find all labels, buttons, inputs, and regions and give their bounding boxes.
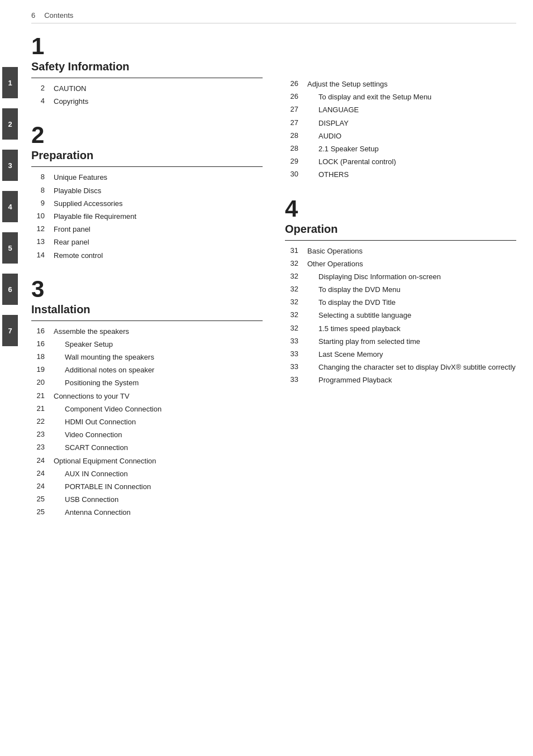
toc-page: 20: [31, 378, 45, 386]
toc-text: HDMI Out Connection: [54, 417, 136, 427]
toc-page: 21: [31, 404, 45, 413]
toc-entry: 23 SCART Connection: [31, 443, 263, 453]
toc-text: Copyrights: [54, 97, 88, 107]
toc-page: 26: [285, 92, 298, 101]
toc-text: Supplied Accessories: [54, 199, 123, 209]
toc-entry: 25 Antenna Connection: [31, 508, 263, 518]
toc-entry: 32 Selecting a subtitle language: [285, 310, 516, 320]
toc-text: Antenna Connection: [54, 508, 131, 518]
toc-page: 23: [31, 443, 45, 451]
toc-page: 27: [285, 118, 298, 127]
right-column: 26 Adjust the Setup settings 26 To displ…: [285, 35, 516, 535]
toc-entry: 24 AUX IN Connection: [31, 469, 263, 479]
toc-text: Video Connection: [54, 430, 122, 440]
toc-page: 10: [31, 212, 45, 220]
side-tab-2[interactable]: 2: [2, 108, 18, 140]
toc-entry: 27 DISPLAY: [285, 118, 516, 128]
toc-page: 8: [31, 173, 45, 181]
section-1: 1 Safety Information 2 CAUTION 4 Copyrig…: [31, 35, 263, 107]
section-1-title: Safety Information: [31, 60, 263, 73]
section-2-title: Preparation: [31, 149, 263, 162]
toc-text: Rear panel: [54, 237, 89, 247]
side-tab-4[interactable]: 4: [2, 191, 18, 222]
toc-entry: 4 Copyrights: [31, 97, 263, 107]
toc-page: 31: [285, 246, 298, 255]
toc-entry: 2 CAUTION: [31, 84, 263, 94]
toc-page: 25: [31, 495, 45, 503]
toc-entry: 22 HDMI Out Connection: [31, 417, 263, 427]
toc-entry: 31 Basic Operations: [285, 246, 516, 256]
toc-entry: 28 2.1 Speaker Setup: [285, 144, 516, 154]
toc-text: Optional Equipment Connection: [54, 456, 156, 466]
toc-text: DISPLAY: [307, 118, 349, 128]
toc-entry: 32 To display the DVD Menu: [285, 285, 516, 295]
toc-entry: 8 Playable Discs: [31, 186, 263, 196]
toc-text: CAUTION: [54, 84, 87, 94]
toc-page: 32: [285, 285, 298, 293]
toc-entry: 25 USB Connection: [31, 495, 263, 505]
toc-page: 23: [31, 430, 45, 438]
section-4: 4 Operation 31 Basic Operations 32 Other…: [285, 197, 516, 386]
page-header: 6 Contents: [31, 11, 516, 23]
toc-page: 24: [31, 482, 45, 490]
toc-text: Displaying Disc Information on-screen: [307, 272, 441, 282]
side-tab-1[interactable]: 1: [2, 67, 18, 98]
section-4-divider: [285, 240, 516, 241]
toc-page: 32: [285, 310, 298, 319]
toc-text: Component Video Connection: [54, 404, 161, 414]
toc-page: 29: [285, 157, 298, 165]
toc-text: Front panel: [54, 224, 91, 235]
section-3-divider: [31, 320, 263, 321]
toc-page: 16: [31, 327, 45, 335]
toc-page: 32: [285, 298, 298, 306]
section-3-number: 3: [31, 277, 263, 301]
toc-entry: 9 Supplied Accessories: [31, 199, 263, 209]
toc-page: 12: [31, 224, 45, 233]
toc-page: 18: [31, 352, 45, 361]
toc-text: Other Operations: [307, 259, 363, 269]
toc-entry: 19 Additional notes on speaker: [31, 365, 263, 375]
section-1-number: 1: [31, 35, 263, 58]
toc-entry: 32 Other Operations: [285, 259, 516, 269]
toc-entry: 33 Starting play from selected time: [285, 337, 516, 347]
toc-entry: 27 LANGUAGE: [285, 105, 516, 115]
toc-text: Last Scene Memory: [307, 350, 383, 360]
toc-entry: 33 Changing the character set to display…: [285, 362, 516, 372]
toc-page: 22: [31, 417, 45, 425]
toc-entry: 16 Speaker Setup: [31, 339, 263, 350]
toc-entry: 29 LOCK (Parental control): [285, 157, 516, 167]
toc-text: USB Connection: [54, 495, 118, 505]
toc-entry: 21 Component Video Connection: [31, 404, 263, 414]
toc-text: Speaker Setup: [54, 339, 113, 350]
page-wrapper: 1 2 3 4 5 6 7 6 Contents 1 Safety Inform…: [0, 0, 533, 756]
side-tab-3[interactable]: 3: [2, 150, 18, 181]
toc-text: Playable Discs: [54, 186, 101, 196]
side-tab-5[interactable]: 5: [2, 232, 18, 264]
toc-entry: 8 Unique Features: [31, 173, 263, 183]
toc-page: 4: [31, 97, 45, 105]
section-4-title: Operation: [285, 223, 516, 236]
toc-entry: 33 Programmed Playback: [285, 375, 516, 385]
toc-text: PORTABLE IN Connection: [54, 482, 151, 492]
toc-page: 27: [285, 105, 298, 113]
page-number: 6: [31, 11, 35, 20]
toc-entry: 26 Adjust the Setup settings: [285, 79, 516, 89]
header-title: Contents: [44, 11, 73, 20]
toc-page: 33: [285, 350, 298, 358]
toc-entry: 33 Last Scene Memory: [285, 350, 516, 360]
toc-text: AUDIO: [307, 131, 341, 141]
toc-text: LANGUAGE: [307, 105, 359, 115]
toc-page: 33: [285, 337, 298, 345]
toc-text: Remote control: [54, 251, 103, 261]
toc-entry: 10 Playable file Requirement: [31, 212, 263, 222]
toc-page: 13: [31, 237, 45, 246]
section-3: 3 Installation 16 Assemble the speakers …: [31, 277, 263, 518]
toc-entry: 28 AUDIO: [285, 131, 516, 141]
toc-text: 1.5 times speed playback: [307, 324, 401, 334]
toc-page: 24: [31, 469, 45, 477]
side-tab-7[interactable]: 7: [2, 315, 18, 346]
left-column: 1 Safety Information 2 CAUTION 4 Copyrig…: [31, 35, 263, 535]
toc-entry: 26 To display and exit the Setup Menu: [285, 92, 516, 102]
side-tab-6[interactable]: 6: [2, 274, 18, 305]
toc-text: 2.1 Speaker Setup: [307, 144, 379, 154]
